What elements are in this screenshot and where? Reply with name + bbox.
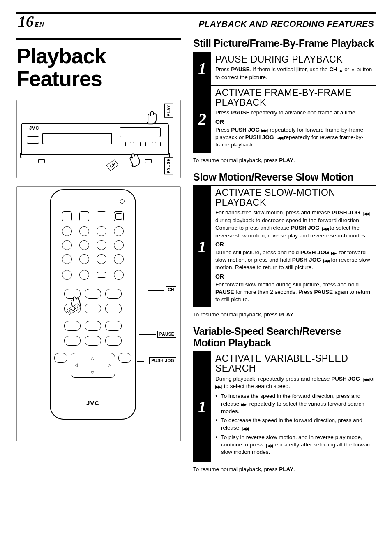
resume-note: To resume normal playback, press PLAY.	[193, 466, 376, 472]
body-text: Press PAUSE. If there is vertical jitter…	[215, 66, 376, 81]
step-number: 1	[193, 351, 211, 462]
list-item: To increase the speed in the forward dir…	[215, 392, 376, 415]
page-header: 16EN PLAYBACK AND RECORDING FEATURES	[16, 12, 376, 30]
body-text: Press PAUSE repeatedly to advance one fr…	[215, 109, 376, 116]
step-title: ACTIVATE SLOW-MOTION PLAYBACK	[215, 188, 376, 207]
list-item: To play in reverse slow motion, and in r…	[215, 434, 376, 456]
remote-brand: JVC	[51, 399, 135, 406]
body-text: For hands-free slow-motion, press and re…	[215, 209, 376, 239]
content-column: Still Picture/Frame-By-Frame Playback1PA…	[193, 38, 376, 481]
step-content: ACTIVATE VARIABLE-SPEED SEARCHDuring pla…	[211, 351, 376, 462]
step-number: 2	[193, 86, 211, 153]
or-label: OR	[215, 241, 376, 248]
page-lang: EN	[35, 21, 44, 28]
callout-play: PLAY	[164, 104, 173, 118]
step-number: 1	[193, 52, 211, 86]
section-heading: Slow Motion/Reverse Slow Motion	[193, 172, 376, 183]
list-item: To decrease the speed in the forward dir…	[215, 417, 376, 432]
vcr-slot	[42, 133, 112, 144]
step: 1ACTIVATE VARIABLE-SPEED SEARCHDuring pl…	[193, 351, 376, 462]
page-number-value: 16	[18, 13, 34, 30]
resume-note: To resume normal playback, press PLAY.	[193, 157, 376, 163]
step-number: 1	[193, 186, 211, 307]
or-label: OR	[215, 118, 376, 125]
or-label: OR	[215, 273, 376, 280]
body-text: For forward slow motion during still pic…	[215, 281, 376, 304]
callout-pause: PAUSE	[164, 157, 173, 174]
callout-ch: CH	[166, 286, 176, 293]
step: 2ACTIVATE FRAME-BY-FRAME PLAYBACKPress P…	[193, 85, 376, 153]
step: 1ACTIVATE SLOW-MOTION PLAYBACKFor hands-…	[193, 185, 376, 307]
callout-ch: CH	[106, 159, 119, 171]
hand-icon	[143, 109, 161, 127]
step-title: PAUSE DURING PLAYBACK	[215, 54, 376, 64]
step-content: ACTIVATE SLOW-MOTION PLAYBACKFor hands-f…	[211, 186, 376, 307]
step-title: ACTIVATE VARIABLE-SPEED SEARCH	[215, 353, 376, 373]
remote-body: ◁▷△▽ JVC	[50, 189, 136, 420]
section-heading: Variable-Speed Search/Reverse Motion Pla…	[193, 326, 376, 348]
vcr-illustration: JVC PLAY PAUSE CH	[16, 100, 181, 178]
vcr-brand: JVC	[29, 125, 39, 130]
body-text: During still picture, press and hold PUS…	[215, 249, 376, 272]
bullet-list: To increase the speed in the forward dir…	[215, 392, 376, 456]
page-number: 16EN	[18, 14, 44, 29]
body-text: Press PUSH JOG repeatedly for forward fr…	[215, 126, 376, 149]
vcr-body: JVC	[21, 123, 169, 155]
step-title: ACTIVATE FRAME-BY-FRAME PLAYBACK	[215, 88, 376, 107]
remote-illustration: ◁▷△▽ JVC CH PAUSE PUSH JOG PLAY	[16, 186, 181, 441]
body-text: During playback, repeatedly press and re…	[215, 375, 376, 390]
section-heading: Still Picture/Frame-By-Frame Playback	[193, 38, 376, 49]
vcr-buttons	[125, 142, 161, 146]
section-header: PLAYBACK AND RECORDING FEATURES	[198, 19, 374, 29]
step: 1PAUSE DURING PLAYBACKPress PAUSE. If th…	[193, 52, 376, 86]
page-title: Playback Features	[16, 38, 181, 90]
callout-pause: PAUSE	[157, 331, 176, 338]
resume-note: To resume normal playback, press PLAY.	[193, 311, 376, 318]
step-content: ACTIVATE FRAME-BY-FRAME PLAYBACKPress PA…	[211, 86, 376, 153]
vcr-display	[120, 127, 161, 137]
step-content: PAUSE DURING PLAYBACKPress PAUSE. If the…	[211, 52, 376, 86]
callout-push-jog: PUSH JOG	[149, 357, 176, 364]
